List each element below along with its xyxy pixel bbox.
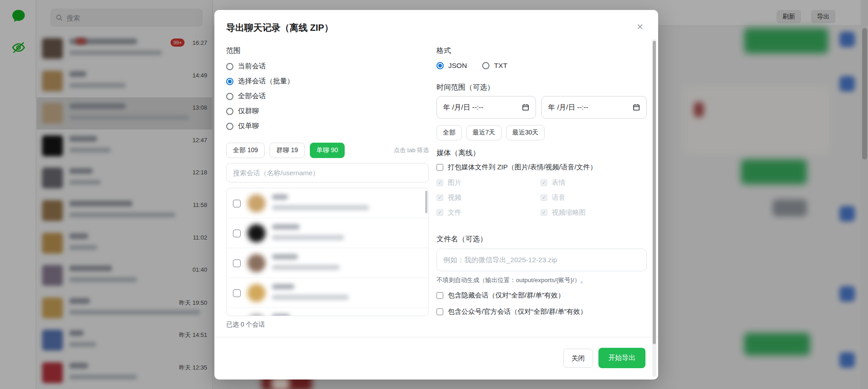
media-type-option[interactable]: ✓视频缩略图 [541,208,645,217]
conversation-item[interactable] [227,248,428,278]
scope-option-label: 当前会话 [238,62,266,71]
conversation-item[interactable] [227,218,428,248]
media-type-option[interactable]: ✓图片 [436,178,541,187]
radio-icon[interactable] [226,93,233,100]
extra-option[interactable]: 包含公众号/官方会话（仅对“全部/群/单”有效） [436,307,587,316]
filename-label: 文件名（可选） [436,235,487,244]
pack-media-label: 打包媒体文件到 ZIP（图片/表情/视频/语音/文件） [448,163,597,172]
conversation-item[interactable] [227,308,428,316]
filter-chip[interactable]: 单聊 90 [310,143,345,158]
close-icon[interactable]: × [633,20,647,34]
conversation-checkbox[interactable] [233,230,241,237]
modal-scrollbar[interactable] [652,39,656,377]
quick-range-button[interactable]: 最近7天 [466,125,502,140]
scope-label: 范围 [226,46,241,56]
quick-range-button[interactable]: 最近30天 [506,125,545,140]
quick-range-buttons: 全部最近7天最近30天 [436,125,545,140]
conversation-checkbox[interactable] [233,289,241,297]
start-export-button[interactable]: 开始导出 [598,348,645,368]
media-type-label: 表情 [552,178,565,187]
filter-chip[interactable]: 群聊 19 [270,143,304,158]
media-label: 媒体（离线） [436,149,480,158]
format-radio-group: JSONTXT [436,62,508,70]
scope-option[interactable]: 仅单聊 [226,121,294,131]
blurred-conversation-name [272,224,300,230]
radio-icon[interactable] [226,108,233,115]
time-range-label: 时间范围（可选） [436,83,494,92]
blurred-conversation-username [272,205,369,210]
start-date-input[interactable]: 年 /月/日 --:-- [436,96,536,119]
extra-option-checkbox[interactable] [436,308,443,315]
start-date-value: 年 /月/日 --:-- [443,103,484,112]
conversation-avatar [247,314,266,316]
scope-option-label: 全部会话 [238,91,266,101]
media-type-option[interactable]: ✓表情 [541,178,645,187]
media-type-grid: ✓图片✓表情✓视频✓语音✓文件✓视频缩略图 [436,178,645,217]
app-window: 99+16:2714:4913:0812:4712:1811:5811:0201… [0,0,868,389]
calendar-icon[interactable] [633,104,640,111]
blurred-conversation-name [272,314,290,316]
blurred-conversation-name [272,284,294,289]
close-button[interactable]: 关闭 [563,349,593,368]
conversation-avatar [247,254,266,272]
media-type-option[interactable]: ✓视频 [436,193,541,202]
disabled-checkbox: ✓ [436,209,443,216]
end-date-input[interactable]: 年 /月/日 --:-- [541,96,647,119]
format-option-label: JSON [448,62,467,70]
scope-option[interactable]: 选择会话（批量） [226,77,294,86]
filter-chip[interactable]: 全部 109 [226,143,265,158]
extra-option[interactable]: 包含隐藏会话（仅对“全部/群/单”有效） [436,291,587,300]
format-option[interactable]: TXT [482,62,507,70]
scope-option[interactable]: 当前会话 [226,62,294,71]
footer-divider [214,337,658,337]
blurred-conversation-name [272,254,298,259]
selected-count: 已选 0 个会话 [226,321,265,329]
blurred-conversation-name [272,194,288,200]
radio-icon[interactable] [226,63,233,70]
media-type-label: 视频 [448,193,461,202]
media-type-label: 图片 [448,178,461,187]
calendar-icon[interactable] [522,104,529,111]
media-type-label: 语音 [552,193,565,202]
media-type-option[interactable]: ✓文件 [436,208,541,217]
format-option[interactable]: JSON [436,62,467,70]
radio-icon[interactable] [226,123,233,130]
blurred-conversation-username [272,235,344,240]
media-type-label: 视频缩略图 [552,208,586,217]
blurred-conversation-username [272,265,340,270]
radio-icon[interactable] [226,78,233,85]
pack-media-checkbox-row[interactable]: 打包媒体文件到 ZIP（图片/表情/视频/语音/文件） [436,163,597,172]
export-dialog: 导出聊天记录（离线 ZIP） × 范围 当前会话选择会话（批量）全部会话仅群聊仅… [214,10,658,379]
radio-icon[interactable] [436,62,444,69]
conversation-list-scrollbar[interactable] [425,191,427,213]
scope-radio-group: 当前会话选择会话（批量）全部会话仅群聊仅单聊 [226,62,294,131]
filename-input[interactable] [436,249,647,271]
media-type-option[interactable]: ✓语音 [541,193,645,202]
extra-option-checkboxes: 包含隐藏会话（仅对“全部/群/单”有效）包含公众号/官方会话（仅对“全部/群/单… [436,291,587,316]
conversation-checkbox[interactable] [233,200,241,207]
extra-option-checkbox[interactable] [436,292,443,299]
radio-icon[interactable] [482,62,489,69]
scope-option[interactable]: 全部会话 [226,91,294,101]
scope-option[interactable]: 仅群聊 [226,106,294,116]
extra-option-label: 包含公众号/官方会话（仅对“全部/群/单”有效） [448,307,587,316]
pack-media-checkbox[interactable] [436,164,443,171]
extra-option-label: 包含隐藏会话（仅对“全部/群/单”有效） [448,291,564,300]
modal-scrollbar-thumb[interactable] [653,41,656,344]
disabled-checkbox: ✓ [541,209,547,216]
conversation-list[interactable] [226,188,429,316]
media-type-label: 文件 [448,208,461,217]
disabled-checkbox: ✓ [541,194,547,201]
format-label: 格式 [436,46,451,56]
conversation-avatar [247,224,266,242]
end-date-value: 年 /月/日 --:-- [548,103,588,112]
disabled-checkbox: ✓ [436,179,443,186]
conversation-search-input[interactable] [226,163,429,182]
quick-range-button[interactable]: 全部 [436,125,462,140]
conversation-item[interactable] [227,188,428,218]
conversation-checkbox[interactable] [233,259,241,267]
disabled-checkbox: ✓ [436,194,443,201]
scope-option-label: 仅群聊 [238,106,259,116]
conversation-avatar [247,284,266,302]
conversation-item[interactable] [227,278,428,308]
